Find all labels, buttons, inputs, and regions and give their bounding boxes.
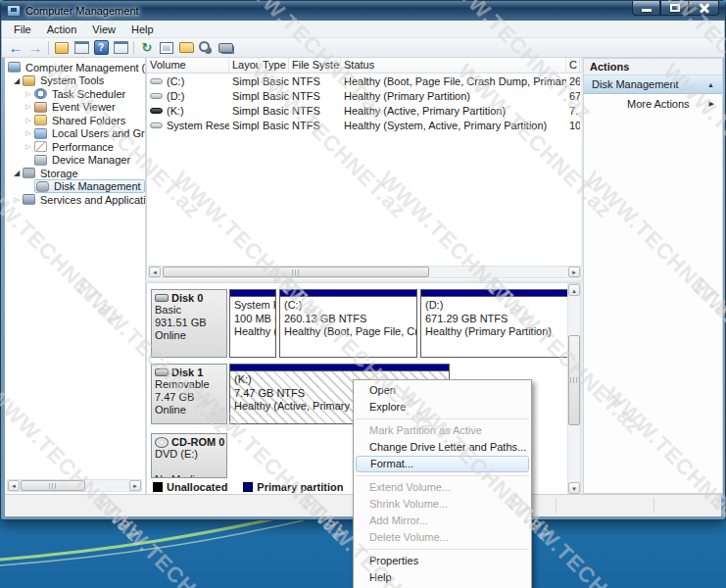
expander-icon[interactable]: ◢ (11, 169, 23, 177)
expander-icon[interactable]: ▷ (23, 103, 34, 111)
tree-item-label: Services and Applications (38, 194, 146, 206)
disk-view-vertical-scrollbar[interactable]: ▲ ▼ (567, 283, 581, 494)
scroll-left-icon[interactable]: ◄ (8, 480, 20, 491)
expander-icon[interactable]: ▷ (23, 129, 34, 137)
context-menu-item-open[interactable]: Open (354, 382, 531, 399)
export-list-icon[interactable] (52, 39, 72, 57)
tree-item-local-users-and-groups[interactable]: ▷Local Users and Groups (5, 127, 145, 141)
chevron-up-icon[interactable]: ▲ (707, 81, 714, 88)
scroll-down-icon[interactable]: ▼ (568, 482, 580, 494)
volume-list[interactable]: VolumeLayoutTypeFile SystemStatusC (C:)S… (146, 58, 581, 279)
find-icon[interactable] (196, 39, 216, 57)
forward-icon[interactable] (25, 39, 45, 57)
show-console-tree-icon[interactable] (72, 39, 91, 57)
column-header-type[interactable]: Type (260, 58, 289, 73)
cell-text: NTFS (292, 105, 320, 117)
disk-detail: No Media (155, 473, 223, 478)
tree-item-performance[interactable]: ▷Performance (5, 140, 145, 154)
tree-item-disk-management[interactable]: Disk Management (5, 180, 145, 194)
tree-item-services-and-applications[interactable]: ▷Services and Applications (5, 193, 145, 207)
tree-item-event-viewer[interactable]: ▷Event Viewer (5, 101, 145, 115)
column-header-file-system[interactable]: File System (289, 58, 341, 73)
partition-c[interactable]: (C:)260.13 GB NTFSHealthy (Boot, Page Fi… (279, 289, 417, 358)
context-menu-item-change-drive-letter-and-paths[interactable]: Change Drive Letter and Paths... (354, 439, 531, 456)
partition-type-bar (421, 290, 567, 297)
volume-row-c[interactable]: (C:)SimpleBasicNTFSHealthy (Boot, Page F… (147, 74, 581, 88)
partition-system-re[interactable]: System Re100 MB NTHealthy (S (229, 289, 276, 358)
cell-text: Healthy (System, Active, Primary Partiti… (344, 120, 547, 131)
disk-removable-icon (155, 368, 169, 376)
column-header-status[interactable]: Status (341, 58, 566, 73)
menu-action[interactable]: Action (39, 22, 85, 37)
tree-item-device-manager[interactable]: Device Manager (5, 154, 145, 168)
disk-label-disk-1[interactable]: Disk 1Removable7.47 GBOnline (151, 364, 227, 424)
scroll-right-icon[interactable]: ► (129, 480, 141, 491)
console-tree[interactable]: Computer Management (Local ◢System Tools… (5, 58, 146, 494)
minimize-button[interactable] (632, 1, 660, 16)
column-header-c[interactable]: C (566, 58, 580, 73)
scroll-up-icon[interactable]: ▲ (568, 284, 580, 296)
toolbar-separator (48, 41, 49, 55)
scrollbar-thumb[interactable] (163, 267, 429, 277)
menu-file[interactable]: File (6, 22, 39, 37)
scroll-right-icon[interactable]: ► (568, 267, 580, 277)
tree-item-label: Local Users and Groups (50, 127, 146, 139)
context-menu-item-explore[interactable]: Explore (354, 399, 531, 416)
actions-group-disk-management[interactable]: Disk Management ▲ (584, 75, 722, 94)
open-folder-icon[interactable] (176, 39, 196, 57)
cell-text: Healthy (Primary Partition) (344, 90, 470, 102)
more-actions-item[interactable]: More Actions ▶ (584, 94, 722, 113)
disk-label-disk-0[interactable]: Disk 0Basic931.51 GBOnline (151, 289, 227, 358)
column-header-volume[interactable]: Volume (147, 58, 229, 73)
disk-label-cd-rom-0[interactable]: CD-ROM 0DVD (E:)No Media (151, 433, 227, 478)
tree-item-computer-management-root[interactable]: Computer Management (Local (5, 61, 145, 74)
tree-item-system-tools[interactable]: ◢System Tools (5, 74, 145, 88)
actions-group-label: Disk Management (592, 78, 707, 90)
back-icon[interactable] (6, 39, 25, 57)
tree-horizontal-scrollbar[interactable]: ◄ ► (7, 479, 142, 492)
menu-view[interactable]: View (84, 22, 123, 37)
partition-text: (D:) (421, 297, 567, 313)
context-menu-item-help[interactable]: Help (354, 569, 531, 586)
properties-icon[interactable] (157, 39, 176, 57)
cell-text: 67 (569, 90, 580, 102)
storage-icon (23, 168, 35, 178)
context-menu-item-delete-volume: Delete Volume... (354, 529, 531, 546)
expander-icon[interactable]: ▷ (11, 196, 23, 204)
show-console-window-icon[interactable] (111, 39, 130, 57)
volume-removable-icon (150, 108, 163, 114)
expander-icon[interactable]: ▷ (23, 143, 34, 151)
partition-type-bar (230, 290, 275, 297)
close-button[interactable] (689, 1, 719, 16)
cell-text: NTFS (292, 75, 320, 87)
disk-name: Disk 0 (171, 292, 203, 304)
scrollbar-thumb[interactable] (568, 335, 580, 425)
disk-detail: DVD (E:) (155, 448, 223, 461)
tree-item-task-scheduler[interactable]: ▷Task Scheduler (5, 87, 145, 101)
cell-text: Basic (263, 120, 289, 131)
expander-icon[interactable]: ▷ (23, 117, 34, 124)
tree-item-storage[interactable]: ◢Storage (5, 167, 145, 180)
column-header-layout[interactable]: Layout (229, 58, 260, 73)
chevron-right-icon: ▶ (709, 100, 714, 108)
scrollbar-thumb[interactable] (21, 480, 85, 491)
manage-computer-icon[interactable] (216, 39, 235, 57)
volume-row-d[interactable]: (D:)SimpleBasicNTFSHealthy (Primary Part… (147, 88, 581, 103)
menu-help[interactable]: Help (123, 22, 162, 37)
volume-row-system-reserved[interactable]: System ReservedSimpleBasicNTFSHealthy (S… (147, 118, 581, 132)
maximize-button[interactable] (660, 1, 689, 16)
partition-d[interactable]: (D:)671.29 GB NTFSHealthy (Primary Parti… (420, 289, 568, 358)
volume-list-horizontal-scrollbar[interactable]: ◄ ► (148, 266, 581, 278)
volume-row-k[interactable]: (K:)SimpleBasicNTFSHealthy (Active, Prim… (147, 103, 581, 118)
tree-item-label: Device Manager (50, 154, 132, 166)
scroll-left-icon[interactable]: ◄ (149, 267, 161, 277)
expander-icon[interactable]: ▷ (23, 90, 34, 98)
expander-icon[interactable]: ◢ (11, 76, 23, 85)
refresh-icon[interactable] (137, 39, 157, 57)
title-bar[interactable]: Computer Management (1, 1, 725, 21)
tree-item-shared-folders[interactable]: ▷Shared Folders (5, 114, 145, 127)
context-menu-item-properties[interactable]: Properties (354, 553, 531, 569)
cell-text: System Reserved (167, 120, 229, 131)
context-menu-item-format[interactable]: Format... (356, 456, 529, 472)
help-icon[interactable] (91, 39, 111, 57)
